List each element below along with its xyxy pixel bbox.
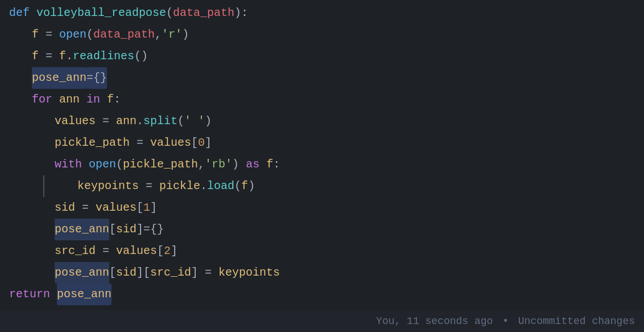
token: pickle [159, 175, 200, 197]
token: f [107, 89, 114, 110]
git-changes: Uncommitted changes [518, 315, 635, 327]
token: () [134, 46, 148, 67]
token: . [66, 46, 73, 67]
code-line: values = ann.split(' ') [0, 110, 644, 132]
token: . [200, 175, 207, 197]
token: readlines [73, 46, 134, 67]
token: pose_ann [55, 219, 109, 240]
token: pickle_path [55, 132, 130, 154]
token [259, 154, 266, 175]
token: pose_ann [57, 284, 112, 305]
code-line: src_id = values[2] [0, 240, 644, 262]
token: f [266, 154, 273, 175]
token: [ [137, 197, 143, 219]
token: [ [191, 132, 198, 154]
token: keypoints [218, 262, 280, 284]
token: ] [150, 197, 157, 219]
token: as [246, 154, 259, 175]
token: sid [55, 197, 75, 219]
token: : [114, 89, 121, 110]
code-line: with open(pickle_path,'rb') as f: [0, 154, 644, 175]
token: ( [166, 2, 173, 24]
code-line: f = f.readlines() [0, 46, 644, 67]
token: sid [116, 219, 137, 240]
token: pose_ann [32, 67, 86, 89]
token: f [241, 175, 248, 197]
token: ( [234, 175, 241, 197]
code-line: pose_ann={} [0, 67, 644, 89]
token: f [59, 46, 66, 67]
token: ] [205, 132, 212, 154]
token: 'rb' [205, 154, 232, 175]
token: ( [116, 154, 123, 175]
token: = [39, 46, 59, 67]
token: = [96, 240, 116, 262]
token: def [9, 2, 36, 24]
token: ][ [137, 262, 150, 284]
token: split [143, 110, 177, 132]
token: ): [234, 2, 248, 24]
token: return [9, 284, 57, 305]
token [80, 89, 86, 110]
token: ( [177, 110, 184, 132]
code-line: keypoints = pickle.load(f) [0, 175, 644, 197]
token: [ [157, 240, 164, 262]
code-line: sid = values[1] [0, 197, 644, 219]
code-editor: def volleyball_readpose(data_path):f = o… [0, 0, 644, 332]
token: src_id [150, 262, 191, 284]
token: open [59, 24, 86, 46]
token: volleyball_readpose [36, 2, 166, 24]
git-author: You, 11 seconds ago [376, 315, 493, 327]
token: . [137, 110, 143, 132]
token: ] = [191, 262, 218, 284]
token: , [198, 154, 205, 175]
token: ) [248, 175, 255, 197]
token: load [207, 175, 234, 197]
token: ann [116, 110, 137, 132]
token: data_path [173, 2, 234, 24]
token: keypoints [77, 175, 139, 197]
code-line: for ann in f: [0, 89, 644, 110]
token: for [32, 89, 59, 110]
token: [ [109, 219, 116, 240]
token: 'r' [162, 24, 182, 46]
token: sid [116, 262, 137, 284]
token: ) [182, 24, 189, 46]
token: = [75, 197, 96, 219]
status-git: You, 11 seconds ago • Uncommitted change… [376, 310, 635, 332]
token: values [55, 110, 96, 132]
code-line: pose_ann[sid][src_id] = keypoints [0, 262, 644, 284]
token: data_path [93, 24, 155, 46]
token: with [55, 154, 89, 175]
token: ) [205, 110, 212, 132]
token: values [96, 197, 137, 219]
token: = [139, 175, 159, 197]
code-line: f = open(data_path,'r') [0, 24, 644, 46]
token: values [116, 240, 157, 262]
token: 1 [143, 197, 150, 219]
token: ann [59, 89, 80, 110]
token: = [130, 132, 150, 154]
code-line: pose_ann[sid]={} [0, 219, 644, 240]
token: ]={} [137, 219, 164, 240]
token: ( [86, 24, 93, 46]
token: open [89, 154, 116, 175]
token: [ [109, 262, 116, 284]
token [100, 89, 107, 110]
token: pickle_path [123, 154, 198, 175]
token: ' ' [184, 110, 205, 132]
code-line: pickle_path = values[0] [0, 132, 644, 154]
token: 0 [198, 132, 205, 154]
token: ) [232, 154, 246, 175]
token: f [32, 46, 39, 67]
code-line: return pose_ann [0, 284, 644, 305]
token: , [155, 24, 162, 46]
token: = [96, 110, 116, 132]
token: values [150, 132, 191, 154]
token: : [273, 154, 280, 175]
token: src_id [55, 240, 96, 262]
token: ={} [86, 67, 107, 89]
token: 2 [164, 240, 171, 262]
token: = [39, 24, 59, 46]
status-dot: • [502, 315, 509, 327]
